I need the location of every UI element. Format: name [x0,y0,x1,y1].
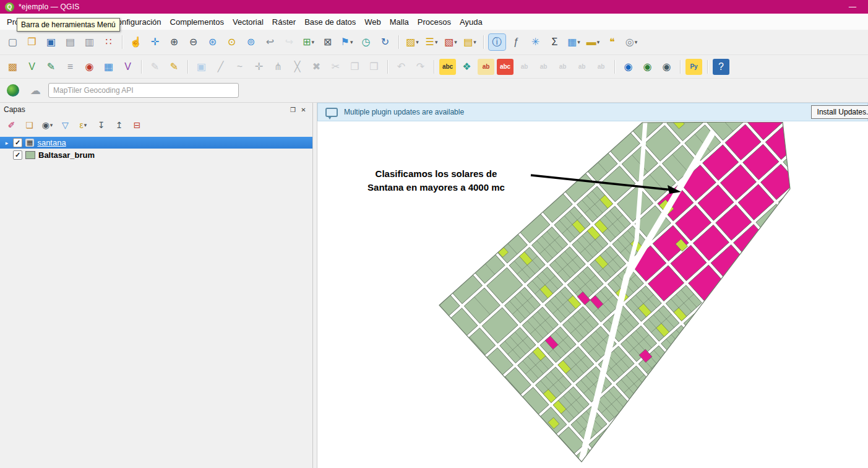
move-feature[interactable]: ✛ [251,59,267,75]
new-project[interactable]: ▢ [4,34,21,50]
layer-name[interactable]: Baltasar_brum [38,150,95,160]
upload-cloud-icon[interactable]: ☁ [27,82,44,98]
remove-layer[interactable]: ⊟ [129,118,145,132]
python-console[interactable]: Py [685,59,702,75]
layout-manager[interactable]: ▥ [81,34,98,50]
redo[interactable]: ↷ [412,59,429,75]
zoom-to-selection[interactable]: ⊙ [223,34,240,50]
expander-icon[interactable]: ▸ [4,140,10,146]
menu-item-procesos[interactable]: Procesos [413,15,455,29]
pan-to-selection[interactable]: ✛ [147,34,163,50]
new-3d-map-view[interactable]: ⊠ [319,34,336,50]
new-map-view[interactable]: ⊞▾ [300,34,317,50]
statistical-summary[interactable]: Σ [546,34,563,50]
menu-item-ayuda[interactable]: Ayuda [455,15,487,29]
dock-float-button[interactable]: ❐ [288,106,298,113]
highlight-pinned-labels[interactable]: abc [497,59,513,75]
show-hidden-labels[interactable]: ab [516,59,533,75]
split-features[interactable]: ╳ [289,59,306,75]
dropdown-arrow-icon[interactable]: ▾ [577,39,580,45]
zoom-in-tool[interactable]: ⊕ [166,34,183,50]
new-shapefile-layer[interactable]: ✎ [43,59,59,75]
menu-item-r-ster[interactable]: Ráster [268,15,300,29]
pin-labels[interactable]: ab [478,59,494,75]
add-raster-layer[interactable]: ▦ [100,59,117,75]
delete-selected[interactable]: ✖ [308,59,325,75]
osm-search-globe[interactable]: ◉ [658,59,675,75]
layer-item-santana[interactable]: ▸ ▦ santana [0,137,312,149]
processing-toolbox[interactable]: ✳ [527,34,544,50]
menu-item-vectorial[interactable]: Vectorial [228,15,268,29]
dropdown-arrow-icon[interactable]: ▾ [597,39,600,45]
expand-all[interactable]: ↧ [93,118,109,132]
new-spatial-bookmark[interactable]: ⚑▾ [338,34,355,50]
measure-tool[interactable]: ▬▾ [585,34,601,50]
rotate-label[interactable]: ab [554,59,571,75]
dropdown-arrow-icon[interactable]: ▾ [311,39,314,45]
digitize-with-segment[interactable]: ╱ [212,59,229,75]
menu-item-malla[interactable]: Malla [385,15,413,29]
pan-map-tool[interactable]: ☝ [127,34,144,50]
refresh-map[interactable]: ↻ [377,34,393,50]
style-manager[interactable]: ∷ [100,34,117,50]
zoom-full-extent[interactable]: ⊛ [204,34,221,50]
snapping-options[interactable]: ◉ [81,59,98,75]
osm-search[interactable]: ◎▾ [623,34,640,50]
identify-features[interactable]: ⓘ [489,34,505,50]
select-by-form[interactable]: ▤▾ [462,34,478,50]
move-label[interactable]: ab [535,59,552,75]
paste-features[interactable]: ❒ [366,59,382,75]
minimize-button[interactable]: — [842,2,863,11]
maptiler-geocoding-input[interactable] [48,83,239,98]
panel-splitter[interactable] [313,103,317,468]
open-data-source-manager[interactable]: ▩ [4,59,21,75]
add-group[interactable]: ❏ [22,118,37,132]
select-by-value[interactable]: ☰▾ [423,34,440,50]
add-vector-layer[interactable]: V [24,59,40,75]
add-circular-string[interactable]: ~ [231,59,248,75]
manage-map-themes[interactable]: ◉▾ [40,118,55,132]
install-updates-button[interactable]: Install Updates... [811,105,868,119]
label-toolbar-extra[interactable]: ab [593,59,609,75]
layer-name[interactable]: santana [37,138,66,147]
layer-labeling-options[interactable]: abc [439,59,456,75]
new-print-layout[interactable]: ▤ [62,34,79,50]
cut-features[interactable]: ✂ [327,59,344,75]
dock-close-button[interactable]: ✕ [298,106,309,113]
layer-diagram-options[interactable]: ❖ [458,59,475,75]
copy-features[interactable]: ❐ [346,59,363,75]
dropdown-arrow-icon[interactable]: ▾ [84,122,87,128]
maptiler-globe-icon[interactable] [4,82,22,98]
add-delimited-text-layer[interactable]: ≡ [62,59,79,75]
zoom-next[interactable]: ↪ [281,34,298,50]
layer-color-swatch[interactable] [25,151,35,159]
dropdown-arrow-icon[interactable]: ▾ [473,39,476,45]
dropdown-arrow-icon[interactable]: ▾ [416,39,419,45]
layer-visibility-checkbox[interactable] [13,150,22,160]
undo[interactable]: ↶ [393,59,410,75]
layer-item-baltasar-brum[interactable]: Baltasar_brum [0,149,312,161]
menu-item-complementos[interactable]: Complementos [166,15,228,29]
geocoder-globe[interactable]: ◉ [620,59,637,75]
filter-by-expression[interactable]: ε▾ [75,118,91,132]
deselect-features[interactable]: ▧▾ [442,34,459,50]
filter-legend[interactable]: ▽ [58,118,73,132]
collapse-all[interactable]: ↥ [111,118,127,132]
select-features[interactable]: ▨▾ [404,34,421,50]
field-calculator[interactable]: ƒ [508,34,525,50]
open-layer-styling[interactable]: ✐ [4,118,19,132]
change-label-properties[interactable]: ab [574,59,590,75]
allow-edits[interactable]: ✎ [147,59,163,75]
toggle-editing[interactable]: ✎ [166,59,183,75]
temporal-controller[interactable]: ◷ [358,34,374,50]
quickmap-globe[interactable]: ◉ [639,59,656,75]
dropdown-arrow-icon[interactable]: ▾ [50,122,53,128]
map-tips[interactable]: ❝ [604,34,621,50]
zoom-to-layer[interactable]: ⊚ [243,34,259,50]
help-contents[interactable]: ? [713,59,729,75]
dropdown-arrow-icon[interactable]: ▾ [435,39,438,45]
menu-item-web[interactable]: Web [360,15,385,29]
reshape-features[interactable]: ⋔ [270,59,286,75]
add-virtual-layer[interactable]: V [119,59,136,75]
menu-item-base-de-datos[interactable]: Base de datos [300,15,360,29]
